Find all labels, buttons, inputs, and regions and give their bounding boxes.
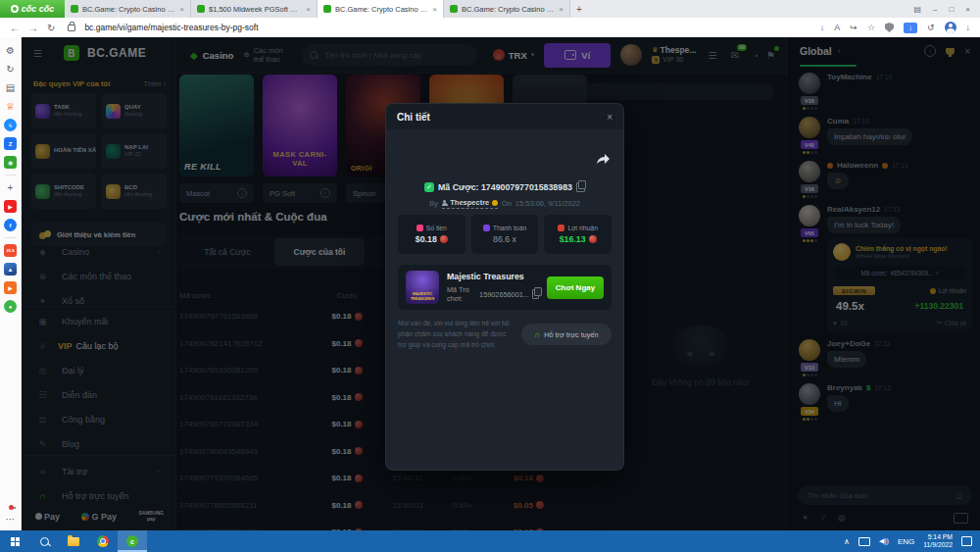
browser-tab-1[interactable]: BC.Game: Crypto Casino Gam× xyxy=(65,0,191,18)
notification-dot xyxy=(9,505,14,510)
messenger-icon[interactable]: ϟ xyxy=(4,119,17,131)
chrome-button[interactable] xyxy=(88,530,118,552)
medal-icon xyxy=(492,200,498,206)
back-icon[interactable]: ← xyxy=(10,23,20,33)
hot-crown-icon[interactable]: ♕ xyxy=(4,100,17,113)
coccoc-button-active[interactable]: c xyxy=(118,530,147,552)
bet-by-row: By Thespectre On 15:53:06, 9/11/2022 xyxy=(386,198,623,209)
network-icon[interactable] xyxy=(858,537,870,546)
profit-icon xyxy=(558,225,564,231)
browser-address-bar: ← → ↻ bc.game/vi/game/majestic-treasures… xyxy=(0,18,980,38)
system-tray: ∧ ◀)) ENG 5:14 PM11/9/2022 xyxy=(844,533,980,550)
verified-shield-icon: ✓ xyxy=(424,182,434,192)
game-name: Majestic Treasures xyxy=(447,272,539,281)
help-row: Mọi vấn đề, xin vui lòng liên hệ với bộ … xyxy=(398,319,612,351)
amount-icon xyxy=(416,225,423,231)
tab-close-icon[interactable]: × xyxy=(179,5,184,14)
modal-header: Chi tiết × xyxy=(386,104,623,129)
games-icon[interactable]: ◉ xyxy=(4,156,17,169)
downloads-icon[interactable]: ↓ xyxy=(966,23,971,32)
game-info-card: MAJESTIC TREASURES Majestic Treasures Mã… xyxy=(398,265,612,310)
bet-datetime: 15:53:06, 9/11/2022 xyxy=(515,199,580,208)
hidden-icons-chevron[interactable]: ∧ xyxy=(844,537,850,546)
start-button[interactable] xyxy=(0,530,29,552)
history-icon[interactable]: ↻ xyxy=(4,63,17,75)
windows-taskbar: c ∧ ◀)) ENG 5:14 PM11/9/2022 xyxy=(0,530,980,552)
window-controls: ▤ – □ × xyxy=(904,0,980,18)
search-icon xyxy=(40,537,49,546)
youtube-icon[interactable]: ▶ xyxy=(4,200,17,213)
modal-close-icon[interactable]: × xyxy=(607,112,612,123)
save-page-icon[interactable]: ↓ xyxy=(820,23,825,32)
translate-icon[interactable]: A xyxy=(834,23,840,32)
stat-profit: Lợi nhuận $16.13 xyxy=(544,215,612,254)
headset-icon: ∩ xyxy=(534,330,540,339)
stat-payout: Thanh toán 86.6 x xyxy=(471,215,539,254)
tab-search-icon[interactable]: ▤ xyxy=(913,5,921,14)
copy-icon[interactable] xyxy=(532,289,539,299)
bettor-link[interactable]: Thespectre xyxy=(442,198,498,209)
adblock-shield-icon[interactable] xyxy=(885,23,894,32)
person-icon xyxy=(442,200,448,206)
add-shortcut-icon[interactable]: + xyxy=(4,181,17,194)
browser-profile-avatar[interactable] xyxy=(945,22,956,33)
share-icon[interactable]: ↪ xyxy=(850,23,858,32)
game-id-row: Mã Trò chơi: 15902656001... xyxy=(447,285,539,303)
coccoc-icon xyxy=(11,5,19,13)
lock-icon[interactable] xyxy=(68,25,75,31)
stat-amount: Số tiền $0.18 xyxy=(398,215,466,254)
game-thumbnail[interactable]: MAJESTIC TREASURES xyxy=(406,271,439,304)
volume-icon[interactable]: ◀)) xyxy=(879,537,889,545)
screen: cốc cốc BC.Game: Crypto Casino Gam× $1,5… xyxy=(0,0,980,552)
bcgame-favicon xyxy=(197,5,205,13)
taskbar-clock[interactable]: 5:14 PM11/9/2022 xyxy=(923,533,953,550)
minimize-icon[interactable]: – xyxy=(933,5,937,14)
divider xyxy=(5,237,17,238)
tab-close-icon[interactable]: × xyxy=(559,5,564,14)
tab-close-icon[interactable]: × xyxy=(432,5,437,14)
share-icon[interactable] xyxy=(597,151,610,169)
shopee-icon[interactable]: 25.8 xyxy=(4,244,17,257)
live-support-button[interactable]: ∩Hỗ trợ trực tuyến xyxy=(521,324,612,345)
close-icon[interactable]: × xyxy=(965,5,970,14)
new-tab-button[interactable]: + xyxy=(570,0,588,18)
forward-icon[interactable]: → xyxy=(28,23,38,33)
copy-icon[interactable] xyxy=(576,182,585,192)
chat-app-icon[interactable]: ● xyxy=(4,300,17,313)
bet-details-modal: Chi tiết × ✓ Mã Cược: 174900797701583898… xyxy=(385,103,624,471)
action-center-icon[interactable] xyxy=(961,536,972,546)
bcgame-favicon xyxy=(450,5,458,13)
bcgame-favicon xyxy=(323,5,331,13)
download-extension-icon[interactable]: ↓ xyxy=(904,23,917,33)
file-explorer-button[interactable] xyxy=(59,530,88,552)
url-text[interactable]: bc.game/vi/game/majestic-treasures-by-pg… xyxy=(84,23,258,32)
facebook-icon[interactable]: f xyxy=(4,219,17,231)
coccoc-icon: c xyxy=(126,535,138,547)
sync-icon[interactable]: ↺ xyxy=(927,23,935,32)
language-indicator[interactable]: ENG xyxy=(898,537,914,546)
photo-shortcut-icon[interactable]: ▲ xyxy=(4,263,17,276)
browser-tab-strip: cốc cốc BC.Game: Crypto Casino Gam× $1,5… xyxy=(0,0,980,18)
browser-tab-4[interactable]: BC.Game: Crypto Casino Gam× xyxy=(444,0,570,18)
divider xyxy=(5,175,17,176)
browser-side-rail: ⚙ ↻ ▤ ♕ ϟ Z ◉ + ▶ f 25.8 ▲ ▶ ● ⋯ xyxy=(0,37,22,530)
browser-tab-3-active[interactable]: BC.Game: Crypto Casino Gam× xyxy=(318,0,444,18)
feed-icon[interactable]: ▤ xyxy=(4,81,17,94)
bookmark-star-icon[interactable]: ☆ xyxy=(867,23,875,32)
bcgame-page: ☰ B BC.GAME Đặc quyền VIP của tôi Thêm ›… xyxy=(22,37,980,530)
maximize-icon[interactable]: □ xyxy=(949,5,954,14)
tab-close-icon[interactable]: × xyxy=(306,5,311,14)
more-icon[interactable]: ⋯ xyxy=(4,513,17,526)
zalo-icon[interactable]: Z xyxy=(4,137,17,150)
help-text: Mọi vấn đề, xin vui lòng liên hệ với bộ … xyxy=(398,319,514,351)
coccoc-logo[interactable]: cốc cốc xyxy=(0,0,65,18)
settings-gear-icon[interactable]: ⚙ xyxy=(4,44,17,57)
folder-icon xyxy=(68,537,79,546)
windows-logo-icon xyxy=(11,537,20,546)
taskbar-search-button[interactable] xyxy=(29,530,59,552)
browser-tab-2[interactable]: $1,500 Midweek PGSoft Mult× xyxy=(191,0,318,18)
reload-icon[interactable]: ↻ xyxy=(47,23,55,33)
tv-shortcut-icon[interactable]: ▶ xyxy=(4,281,17,294)
play-now-button[interactable]: Chơi Ngay xyxy=(547,276,604,299)
bet-id-row: ✓ Mã Cược: 1749007977015838983 xyxy=(386,182,623,192)
